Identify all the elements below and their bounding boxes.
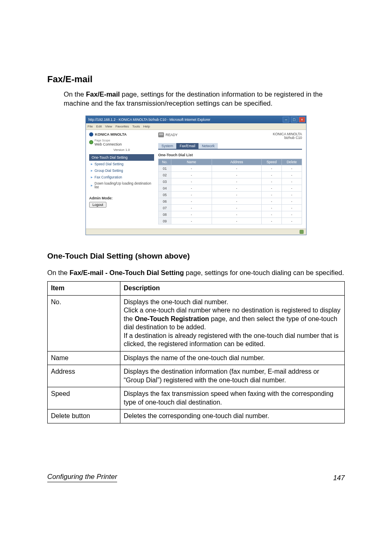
- desc-head-desc: Description: [120, 282, 345, 295]
- chevron-right-icon: ▶: [91, 184, 93, 187]
- chevron-right-icon: ▶: [91, 176, 93, 178]
- desc-item: Speed: [48, 387, 120, 409]
- table-row: Delete buttonDeletes the corresponding o…: [48, 409, 345, 423]
- cell-no[interactable]: 01: [159, 165, 171, 172]
- tab-bar: SystemFax/EmailNetwork: [158, 143, 302, 149]
- cell-speed: -: [262, 211, 282, 218]
- cell-speed: -: [262, 178, 282, 185]
- cell-name: -: [171, 198, 212, 205]
- cell-speed: -: [262, 218, 282, 224]
- pagescope-text: Page Scope: [95, 139, 110, 142]
- menu-view[interactable]: View: [105, 125, 112, 128]
- cell-name: -: [171, 218, 212, 224]
- cell-speed: -: [262, 185, 282, 192]
- browser-statusbar: [86, 229, 306, 235]
- table-row: 03----: [159, 178, 302, 185]
- cell-speed: -: [262, 165, 282, 172]
- footer-page-number: 147: [333, 474, 345, 482]
- cell-address: -: [212, 211, 262, 218]
- table-row: NameDisplays the name of the one-touch d…: [48, 351, 345, 365]
- nav-group-dial-label: Group Dial Setting: [95, 169, 123, 173]
- col-delete: Delete: [282, 159, 302, 165]
- menu-file[interactable]: File: [88, 125, 93, 128]
- cell-no[interactable]: 08: [159, 211, 171, 218]
- nav-fax-config-label: Fax Configuration: [95, 175, 122, 179]
- cell-no[interactable]: 05: [159, 192, 171, 198]
- table-row: 06----: [159, 198, 302, 205]
- table-row: 05----: [159, 192, 302, 198]
- nav-header-onetouch[interactable]: One-Touch Dial Setting: [89, 154, 154, 161]
- browser-titlebar: http://192.168.1.2 - KONICA MINOLTA bizh…: [86, 116, 306, 123]
- table-row: 02----: [159, 172, 302, 178]
- table-row: 01----: [159, 165, 302, 172]
- desc-text: Displays the destination information (fa…: [120, 365, 345, 387]
- table-row: 07----: [159, 205, 302, 211]
- cell-no[interactable]: 07: [159, 205, 171, 211]
- desc-text: Displays the fax transmission speed when…: [120, 387, 345, 409]
- menu-tools[interactable]: Tools: [132, 125, 140, 128]
- webconn-text: Web Connection: [95, 142, 122, 146]
- section-intro: On the Fax/E-mail page, settings for the…: [64, 90, 345, 108]
- desc-item: Address: [48, 365, 120, 387]
- cell-no[interactable]: 09: [159, 218, 171, 224]
- cell-speed: -: [262, 192, 282, 198]
- brand-logo: KONICA MINOLTA: [89, 132, 154, 136]
- logout-button[interactable]: Logout: [89, 202, 106, 208]
- table-row: AddressDisplays the destination informat…: [48, 365, 345, 387]
- table-row: 09----: [159, 218, 302, 224]
- cell-name: -: [171, 185, 212, 192]
- brand-text: KONICA MINOLTA: [95, 132, 127, 136]
- cell-no[interactable]: 03: [159, 178, 171, 185]
- desc-item: Name: [48, 351, 120, 365]
- printer-icon: [158, 132, 164, 137]
- desc-text: Deletes the corresponding one-touch dial…: [120, 409, 345, 423]
- cell-address: -: [212, 198, 262, 205]
- cell-address: -: [212, 165, 262, 172]
- cell-delete: -: [282, 178, 302, 185]
- subsection-title: One-Touch Dial Setting (shown above): [47, 252, 345, 261]
- col-no: No.: [159, 159, 171, 165]
- cell-no[interactable]: 02: [159, 172, 171, 178]
- cell-delete: -: [282, 165, 302, 172]
- tab-fax-email[interactable]: Fax/Email: [176, 143, 198, 149]
- maximize-icon[interactable]: □: [291, 117, 297, 123]
- nav-fax-config[interactable]: ▶Fax Configuration: [89, 174, 154, 180]
- section-title: Fax/E-mail: [47, 74, 345, 85]
- tab-system[interactable]: System: [158, 143, 176, 149]
- chevron-right-icon: ▶: [91, 162, 93, 165]
- cell-delete: -: [282, 198, 302, 205]
- desc-text: Displays the one-touch dial number.Click…: [120, 295, 345, 351]
- minimize-icon[interactable]: –: [283, 117, 289, 123]
- brand-icon: [89, 132, 93, 136]
- chevron-right-icon: ▶: [91, 169, 93, 172]
- nav-download-upload-label: Down loading/Up loading destination list: [95, 182, 152, 190]
- cell-no[interactable]: 06: [159, 198, 171, 205]
- menu-favorites[interactable]: Favorites: [115, 125, 129, 128]
- desc-item: No.: [48, 295, 120, 351]
- desc-item: Delete button: [48, 409, 120, 423]
- nav-download-upload[interactable]: ▶Down loading/Up loading destination lis…: [89, 180, 154, 191]
- col-speed: Speed: [262, 159, 282, 165]
- menu-help[interactable]: Help: [143, 125, 150, 128]
- nav-speed-dial[interactable]: ▶Speed Dial Setting: [89, 161, 154, 167]
- globe-icon: [89, 140, 93, 144]
- menu-edit[interactable]: Edit: [96, 125, 102, 128]
- cell-address: -: [212, 185, 262, 192]
- browser-menubar: File Edit View Favorites Tools Help: [86, 123, 306, 130]
- version-text: Version 1.0: [89, 148, 154, 152]
- nav-group-dial[interactable]: ▶Group Dial Setting: [89, 167, 154, 174]
- cell-delete: -: [282, 192, 302, 198]
- cell-name: -: [171, 165, 212, 172]
- tab-underline: [158, 149, 302, 150]
- page-footer: Configuring the Printer 147: [47, 473, 345, 482]
- admin-mode-label: Admin Mode:: [89, 196, 154, 200]
- cell-address: -: [212, 205, 262, 211]
- tab-network[interactable]: Network: [198, 143, 218, 149]
- close-icon[interactable]: ×: [299, 117, 305, 123]
- cell-no[interactable]: 04: [159, 185, 171, 192]
- cell-name: -: [171, 205, 212, 211]
- table-row: SpeedDisplays the fax transmission speed…: [48, 387, 345, 409]
- intro-text-pre: On the: [64, 90, 86, 98]
- footer-rule: [47, 482, 117, 482]
- cell-speed: -: [262, 198, 282, 205]
